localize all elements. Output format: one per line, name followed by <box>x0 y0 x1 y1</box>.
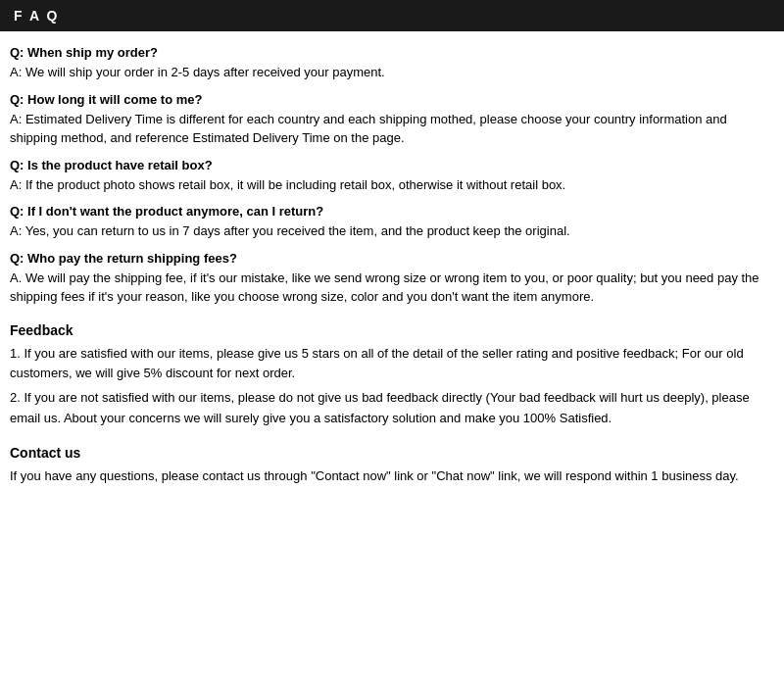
content-area: Q: When ship my order?A: We will ship yo… <box>0 41 784 496</box>
qa-block: Q: If I don't want the product anymore, … <box>10 204 774 241</box>
faq-header: F A Q <box>0 0 784 31</box>
contact-text: If you have any questions, please contac… <box>10 466 774 487</box>
answer-text: A: We will ship your order in 2-5 days a… <box>10 63 774 82</box>
contact-title: Contact us <box>10 445 774 461</box>
faq-title: F A Q <box>14 8 59 24</box>
qa-block: Q: How long it will come to me?A: Estima… <box>10 92 774 148</box>
feedback-content: 1. If you are satisfied with our items, … <box>10 344 774 429</box>
feedback-section: Feedback 1. If you are satisfied with ou… <box>10 322 774 429</box>
qa-block: Q: When ship my order?A: We will ship yo… <box>10 45 774 82</box>
qa-block: Q: Who pay the return shipping fees?A. W… <box>10 251 774 307</box>
question-text: Q: Who pay the return shipping fees? <box>10 251 774 266</box>
answer-text: A: Estimated Delivery Time is different … <box>10 110 774 148</box>
qa-block: Q: Is the product have retail box?A: If … <box>10 158 774 195</box>
faq-list: Q: When ship my order?A: We will ship yo… <box>10 45 774 307</box>
feedback-point: 2. If you are not satisfied with our ite… <box>10 388 774 429</box>
answer-text: A: If the product photo shows retail box… <box>10 175 774 195</box>
answer-text: A: Yes, you can return to us in 7 days a… <box>10 221 774 241</box>
feedback-point: 1. If you are satisfied with our items, … <box>10 344 774 385</box>
question-text: Q: When ship my order? <box>10 45 774 60</box>
contact-section: Contact us If you have any questions, pl… <box>10 445 774 487</box>
answer-text: A. We will pay the shipping fee, if it's… <box>10 269 774 307</box>
question-text: Q: Is the product have retail box? <box>10 158 774 172</box>
question-text: Q: If I don't want the product anymore, … <box>10 204 774 219</box>
question-text: Q: How long it will come to me? <box>10 92 774 107</box>
feedback-title: Feedback <box>10 322 774 338</box>
